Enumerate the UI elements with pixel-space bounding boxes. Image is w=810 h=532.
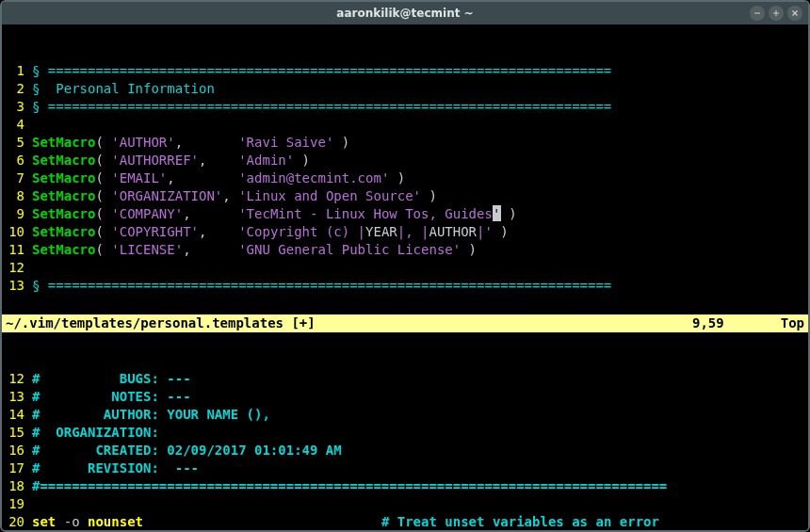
top-pane-content[interactable]: 1§ =====================================… (6, 62, 804, 295)
line-number: 15 (6, 424, 32, 442)
code-line[interactable]: 17# REVISION: --- (6, 459, 804, 477)
code-line[interactable]: 19 (6, 495, 804, 513)
code-line[interactable]: 12 (6, 259, 804, 277)
line-code[interactable]: § ======================================… (32, 277, 804, 295)
vim-editor[interactable]: 1§ =====================================… (2, 24, 808, 314)
line-code[interactable]: set -o nounset # Treat unset variables a… (32, 513, 804, 531)
top-statusbar: ~/.vim/templates/personal.templates [+] … (2, 314, 808, 332)
status-cursor-pos: 9,59 (692, 314, 781, 332)
line-code[interactable]: # AUTHOR: YOUR NAME (), (32, 406, 804, 424)
status-scroll: Top (781, 314, 804, 332)
window-title: aaronkilik@tecmint ~ (336, 7, 473, 20)
minimize-button[interactable] (750, 6, 765, 21)
line-number: 6 (6, 152, 32, 169)
code-line[interactable]: 13§ ====================================… (6, 277, 804, 295)
line-code[interactable]: § Personal Information (32, 80, 804, 98)
line-code[interactable]: # ORGANIZATION: (32, 424, 804, 442)
code-line[interactable]: 14# AUTHOR: YOUR NAME (), (6, 406, 804, 424)
code-line[interactable]: 18#=====================================… (6, 477, 804, 495)
line-code[interactable]: SetMacro( 'AUTHORREF', 'Admin' ) (32, 152, 804, 169)
cursor: ' (493, 205, 501, 221)
line-number: 20 (6, 513, 32, 531)
code-line[interactable]: 3§ =====================================… (6, 98, 804, 116)
line-code[interactable]: #=======================================… (32, 477, 804, 495)
line-number: 16 (6, 442, 32, 459)
bottom-pane-content[interactable]: 12# BUGS: ---13# NOTES: ---14# AUTHOR: Y… (6, 370, 804, 532)
line-code[interactable]: SetMacro( 'AUTHOR', 'Ravi Saive' ) (32, 134, 804, 152)
line-number: 3 (6, 98, 32, 116)
line-code[interactable]: # CREATED: 02/09/2017 01:01:49 AM (32, 442, 804, 459)
line-code[interactable]: § ======================================… (32, 62, 804, 80)
line-number: 13 (6, 388, 32, 406)
code-line[interactable]: 16# CREATED: 02/09/2017 01:01:49 AM (6, 442, 804, 459)
line-code[interactable]: SetMacro( 'COPYRIGHT', 'Copyright (c) |Y… (32, 223, 804, 241)
code-line[interactable]: 7SetMacro( 'EMAIL', 'admin@tecmint.com' … (6, 169, 804, 187)
line-number: 1 (6, 62, 32, 80)
line-number: 11 (6, 241, 32, 259)
svg-rect-2 (773, 13, 779, 14)
maximize-button[interactable] (769, 6, 784, 21)
line-number: 14 (6, 406, 32, 424)
code-line[interactable]: 9SetMacro( 'COMPANY', 'TecMint - Linux H… (6, 205, 804, 223)
line-number: 5 (6, 134, 32, 152)
code-line[interactable]: 6SetMacro( 'AUTHORREF', 'Admin' ) (6, 152, 804, 169)
code-line[interactable]: 20set -o nounset # Treat unset variables… (6, 513, 804, 531)
line-number: 2 (6, 80, 32, 98)
line-number: 9 (6, 205, 32, 223)
line-number: 12 (6, 259, 32, 277)
line-number: 17 (6, 459, 32, 477)
line-code[interactable]: SetMacro( 'COMPANY', 'TecMint - Linux Ho… (32, 205, 804, 223)
line-number: 7 (6, 169, 32, 187)
line-number: 10 (6, 223, 32, 241)
line-code[interactable] (32, 116, 804, 134)
line-code[interactable]: # BUGS: --- (32, 370, 804, 388)
code-line[interactable]: 2§ Personal Information (6, 80, 804, 98)
line-code[interactable]: # REVISION: --- (32, 459, 804, 477)
line-number: 13 (6, 277, 32, 295)
code-line[interactable]: 5SetMacro( 'AUTHOR', 'Ravi Saive' ) (6, 134, 804, 152)
code-line[interactable]: 10SetMacro( 'COPYRIGHT', 'Copyright (c) … (6, 223, 804, 241)
line-number: 8 (6, 187, 32, 205)
line-code[interactable]: SetMacro( 'ORGANIZATION', 'Linux and Ope… (32, 187, 804, 205)
code-line[interactable]: 12# BUGS: --- (6, 370, 804, 388)
line-number: 4 (6, 116, 32, 134)
status-filename: ~/.vim/templates/personal.templates [+] (6, 314, 692, 332)
line-code[interactable]: § ======================================… (32, 98, 804, 116)
line-number: 12 (6, 370, 32, 388)
code-line[interactable]: 8SetMacro( 'ORGANIZATION', 'Linux and Op… (6, 187, 804, 205)
line-code[interactable]: SetMacro( 'EMAIL', 'admin@tecmint.com' ) (32, 169, 804, 187)
line-code[interactable] (32, 495, 804, 513)
code-line[interactable]: 1§ =====================================… (6, 62, 804, 80)
code-line[interactable]: 11SetMacro( 'LICENSE', 'GNU General Publ… (6, 241, 804, 259)
line-code[interactable] (32, 259, 804, 277)
code-line[interactable]: 13# NOTES: --- (6, 388, 804, 406)
window-controls (750, 6, 802, 21)
code-line[interactable]: 4 (6, 116, 804, 134)
close-button[interactable] (787, 6, 802, 21)
window-titlebar: aaronkilik@tecmint ~ (2, 2, 808, 24)
line-code[interactable]: SetMacro( 'LICENSE', 'GNU General Public… (32, 241, 804, 259)
line-code[interactable]: # NOTES: --- (32, 388, 804, 406)
svg-rect-0 (754, 13, 760, 14)
code-line[interactable]: 15# ORGANIZATION: (6, 424, 804, 442)
line-number: 18 (6, 477, 32, 495)
vim-bottom-pane[interactable]: 12# BUGS: ---13# NOTES: ---14# AUTHOR: Y… (2, 332, 808, 532)
line-number: 19 (6, 495, 32, 513)
